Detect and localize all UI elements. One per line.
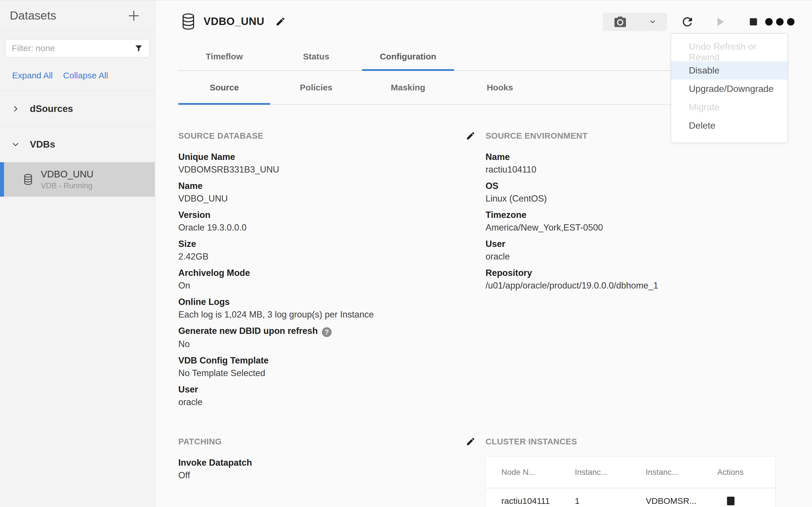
- vdb-toolbar: [603, 13, 795, 31]
- tab-timeflow[interactable]: Timeflow: [178, 43, 270, 70]
- datasets-sidebar: Datasets Expand All Collapse All dSource…: [0, 1, 155, 507]
- field-archivelog-mode: Archivelog Mode On: [178, 267, 485, 291]
- field-label: VDB Config Template: [178, 355, 485, 366]
- cell-instance-name: VDBOMSR...: [646, 496, 717, 506]
- subtab-hooks[interactable]: Hooks: [454, 71, 546, 104]
- tab-configuration[interactable]: Configuration: [362, 43, 454, 70]
- stop-button[interactable]: [748, 16, 759, 27]
- menu-item-undo-refresh-or-rewind: Undo Refresh or Rewind: [671, 43, 788, 61]
- menu-item-disable[interactable]: Disable: [671, 61, 788, 79]
- play-icon: [713, 15, 727, 29]
- field-value: oracle: [178, 396, 485, 408]
- edit-title-pencil-icon[interactable]: [275, 16, 286, 27]
- filter-funnel-icon[interactable]: [134, 44, 143, 53]
- cell-node-name: ractiu104111: [501, 496, 575, 506]
- field-value: /u01/app/oracle/product/19.0.0.0/dbhome_…: [485, 280, 789, 291]
- field-label: Name: [178, 180, 485, 191]
- field-unique-name: Unique Name VDBOMSRB331B3_UNU: [178, 151, 485, 175]
- snapshot-options-button[interactable]: [649, 18, 656, 25]
- field-label: Generate new DBID upon refresh?: [178, 325, 485, 337]
- menu-item-delete[interactable]: Delete: [671, 116, 788, 135]
- snapshot-button[interactable]: [614, 16, 627, 27]
- edit-patching-pencil-icon[interactable]: [466, 437, 475, 446]
- sidebar-title: Datasets: [10, 9, 56, 22]
- field-generate-dbid: Generate new DBID upon refresh? No: [178, 325, 485, 350]
- field-label: Archivelog Mode: [178, 267, 485, 278]
- field-list: Unique Name VDBOMSRB331B3_UNU Name VDBO_…: [178, 151, 485, 408]
- more-actions-button[interactable]: [765, 18, 795, 25]
- sidebar-group-vdbs[interactable]: VDBs: [0, 127, 155, 162]
- field-timezone: Timezone America/New_York,EST-0500: [485, 209, 789, 233]
- field-env-user: User oracle: [485, 238, 789, 262]
- field-vdb-config-template: VDB Config Template No Template Selected: [178, 355, 485, 379]
- edit-source-database-pencil-icon[interactable]: [466, 131, 475, 141]
- expand-all-link[interactable]: Expand All: [12, 70, 53, 81]
- database-icon: [182, 13, 195, 30]
- field-invoke-datapatch: Invoke Datapatch Off: [178, 457, 485, 481]
- field-value: 2.42GB: [178, 251, 485, 262]
- field-label: User: [178, 384, 485, 395]
- field-label: User: [485, 238, 789, 249]
- field-value: VDBO_UNU: [178, 193, 485, 204]
- sidebar-group-dsources[interactable]: dSources: [0, 91, 155, 127]
- subtab-policies[interactable]: Policies: [270, 71, 362, 104]
- field-label: Invoke Datapatch: [178, 457, 485, 468]
- refresh-icon: [681, 15, 694, 29]
- field-label-text: Generate new DBID upon refresh: [178, 326, 318, 336]
- column-header-instance-number: Instanc...: [575, 468, 646, 477]
- tab-status[interactable]: Status: [270, 43, 362, 70]
- subtab-source[interactable]: Source: [178, 71, 270, 104]
- field-list: Name ractiu104110 OS Linux (CentOS) Time…: [485, 151, 789, 291]
- subtab-masking[interactable]: Masking: [362, 71, 454, 104]
- page-title: VDBO_UNU: [204, 15, 265, 27]
- field-value: Each log is 1,024 MB, 3 log group(s) per…: [178, 309, 485, 320]
- field-label: OS: [485, 180, 789, 191]
- stop-instance-icon[interactable]: [727, 497, 735, 505]
- field-value: No: [178, 338, 485, 350]
- field-value: No Template Selected: [178, 368, 485, 379]
- snapshot-button-group: [603, 13, 667, 31]
- field-value: oracle: [485, 251, 789, 262]
- field-value: Oracle 19.3.0.0.0: [178, 222, 485, 233]
- field-list: Invoke Datapatch Off: [178, 457, 485, 481]
- field-version: Version Oracle 19.3.0.0.0: [178, 209, 485, 233]
- dataset-filter[interactable]: [5, 39, 150, 57]
- column-header-node-name: Node N...: [501, 468, 575, 477]
- help-icon[interactable]: ?: [322, 327, 332, 337]
- database-icon: [23, 174, 33, 185]
- camera-icon: [614, 16, 627, 27]
- field-label: Size: [178, 238, 485, 249]
- add-dataset-button[interactable]: [127, 9, 140, 22]
- section-header: CLUSTER INSTANCES: [485, 436, 789, 447]
- filter-input[interactable]: [12, 43, 134, 53]
- section-title: PATCHING: [178, 437, 222, 446]
- field-label: Name: [485, 151, 789, 163]
- collapse-all-link[interactable]: Collapse All: [63, 70, 108, 81]
- sidebar-item-vdbo-unu[interactable]: VDBO_UNU VDB - Running: [0, 162, 155, 196]
- field-online-logs: Online Logs Each log is 1,024 MB, 3 log …: [178, 296, 485, 320]
- column-header-actions: Actions: [717, 468, 775, 477]
- more-actions-menu: Undo Refresh or Rewind Disable Upgrade/D…: [671, 33, 788, 143]
- section-title: SOURCE ENVIRONMENT: [485, 131, 587, 141]
- section-header: SOURCE DATABASE: [178, 130, 485, 142]
- menu-item-migrate: Migrate: [671, 98, 788, 116]
- stop-icon: [748, 16, 759, 27]
- field-value: Linux (CentOS): [485, 193, 789, 204]
- field-label: Version: [178, 209, 485, 221]
- field-size: Size 2.42GB: [178, 238, 485, 262]
- cluster-instances-section: CLUSTER INSTANCES Node N... Instanc... I…: [485, 436, 789, 507]
- start-button: [713, 15, 727, 29]
- app-window: Datasets Expand All Collapse All dSource…: [0, 0, 812, 507]
- sidebar-item-status: VDB - Running: [41, 181, 93, 190]
- chevron-down-icon: [649, 18, 656, 25]
- refresh-button[interactable]: [681, 15, 694, 29]
- source-content: SOURCE DATABASE Unique Name VDBOMSRB331B…: [178, 105, 789, 507]
- patching-section: PATCHING Invoke Datapatch Off: [178, 436, 485, 507]
- column-header-instance-name: Instanc...: [646, 468, 717, 477]
- menu-item-upgrade-downgrade[interactable]: Upgrade/Downgrade: [671, 79, 788, 98]
- tree-controls: Expand All Collapse All: [12, 70, 155, 81]
- chevron-down-icon: [11, 140, 19, 149]
- sidebar-item-name: VDBO_UNU: [41, 169, 93, 180]
- field-repository: Repository /u01/app/oracle/product/19.0.…: [485, 267, 789, 291]
- section-header: PATCHING: [178, 436, 485, 447]
